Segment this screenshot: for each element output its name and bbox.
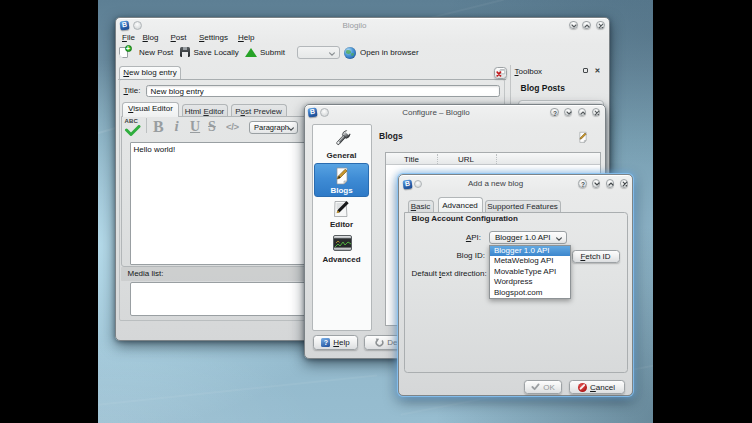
- svg-text:?: ?: [581, 181, 585, 188]
- svg-text:?: ?: [553, 109, 557, 116]
